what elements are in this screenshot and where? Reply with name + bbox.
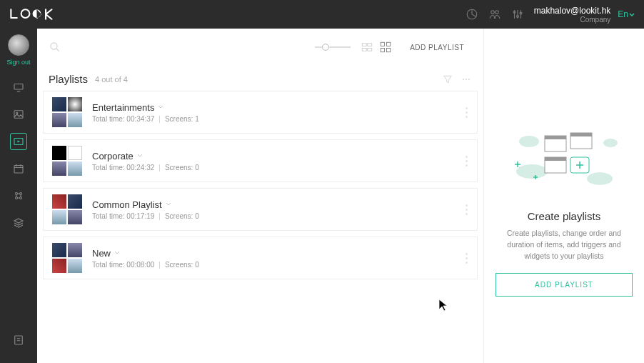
chevron-down-icon [157,104,164,111]
view-grid-icon[interactable] [379,41,392,54]
content-area: ADD PLAYLIST Playlists 4 out of 4 Entert… [37,29,484,363]
pie-icon[interactable] [466,8,478,21]
svg-point-31 [516,164,548,179]
playlist-list: Entertainments Total time: 00:34:37|Scre… [37,91,483,285]
svg-point-29 [519,136,539,147]
playlist-name: Entertainments [92,102,154,113]
search-icon[interactable] [49,41,61,54]
svg-point-13 [20,193,22,195]
svg-point-15 [20,197,22,199]
playlist-meta: Total time: 00:17:19|Screens: 0 [92,212,466,220]
user-email: makhalov@lookit.hk [534,6,611,16]
svg-rect-21 [368,49,372,51]
svg-point-12 [16,193,18,195]
sliders-icon[interactable] [511,8,524,21]
left-sidebar: Sign out [0,29,37,363]
svg-point-0 [21,9,30,18]
svg-point-26 [463,79,464,80]
right-panel: Create playlists Create playlists, chang… [484,29,644,363]
svg-point-27 [466,79,467,80]
toolbar: ADD PLAYLIST [37,29,483,66]
header-icon-group [466,8,524,21]
app-header: makhalov@lookit.hk Company En [0,0,644,29]
playlist-card[interactable]: Entertainments Total time: 00:34:37|Scre… [43,91,478,134]
svg-rect-8 [14,111,23,119]
playlist-card[interactable]: Common Playlist Total time: 00:17:19|Scr… [43,188,478,231]
chevron-down-icon [136,152,144,159]
section-title: Playlists [49,73,88,85]
language-switch[interactable]: En [618,9,635,19]
svg-point-14 [16,197,18,199]
users-icon[interactable] [488,8,501,21]
svg-rect-34 [545,136,566,139]
playlist-meta: Total time: 00:34:37|Screens: 1 [92,115,466,123]
playlist-name: Common Playlist [92,199,162,210]
zoom-slider[interactable] [315,46,351,48]
playlist-name: New [92,248,111,259]
playlist-name: Corporate [92,151,134,161]
signout-link[interactable]: Sign out [6,59,30,66]
svg-point-32 [587,172,613,185]
svg-point-17 [51,43,57,49]
section-subheader: Playlists 4 out of 4 [37,66,483,91]
svg-rect-24 [381,49,384,52]
drag-handle[interactable] [466,204,468,215]
view-list-icon[interactable] [361,41,373,54]
svg-point-28 [468,79,470,80]
add-playlist-button[interactable]: ADD PLAYLIST [495,273,633,297]
right-panel-desc: Create playlists, change order and durat… [495,228,633,262]
filter-icon[interactable] [442,74,453,85]
add-playlist-button-top[interactable]: ADD PLAYLIST [402,39,472,56]
svg-point-3 [495,11,499,14]
playlist-meta: Total time: 00:24:32|Screens: 0 [92,164,466,171]
section-count: 4 out of 4 [95,75,128,84]
drag-handle[interactable] [466,107,468,118]
nav-layers-icon[interactable] [10,214,27,232]
chevron-down-icon [628,11,635,18]
drag-handle[interactable] [466,156,468,166]
svg-rect-38 [545,157,566,161]
nav-media-icon[interactable] [10,106,27,123]
playlist-meta: Total time: 00:08:00|Screens: 0 [92,261,466,269]
chevron-down-icon [114,249,121,257]
chevron-down-icon [165,201,172,208]
svg-rect-25 [387,49,391,52]
nav-playlists-icon[interactable] [10,133,27,150]
nav-schedule-icon[interactable] [10,160,27,177]
svg-rect-19 [368,44,372,46]
nav-screens-icon[interactable] [10,79,27,96]
svg-rect-7 [14,84,23,90]
svg-rect-11 [14,166,23,174]
drag-handle[interactable] [466,253,468,264]
svg-rect-23 [387,42,391,46]
nav-apps-icon[interactable] [10,187,27,204]
svg-rect-36 [570,133,592,136]
avatar[interactable] [8,34,29,56]
svg-rect-18 [362,44,366,46]
nav-help-icon[interactable] [10,332,27,349]
right-panel-title: Create playlists [528,210,601,222]
app-logo[interactable] [9,6,69,22]
create-playlist-illustration [503,129,625,196]
svg-rect-22 [381,42,384,46]
svg-point-30 [603,139,618,147]
playlist-thumbs [52,243,82,273]
svg-rect-20 [362,49,366,51]
playlist-card[interactable]: Corporate Total time: 00:24:32|Screens: … [43,139,478,182]
more-icon[interactable] [461,74,472,85]
playlist-card[interactable]: New Total time: 00:08:00|Screens: 0 [43,237,478,279]
playlist-thumbs [52,194,82,224]
svg-point-2 [491,11,495,14]
playlist-thumbs [52,97,82,127]
user-block[interactable]: makhalov@lookit.hk Company [534,6,611,24]
playlist-thumbs [52,146,82,176]
user-company-label: Company [534,16,611,24]
svg-rect-16 [15,336,23,344]
